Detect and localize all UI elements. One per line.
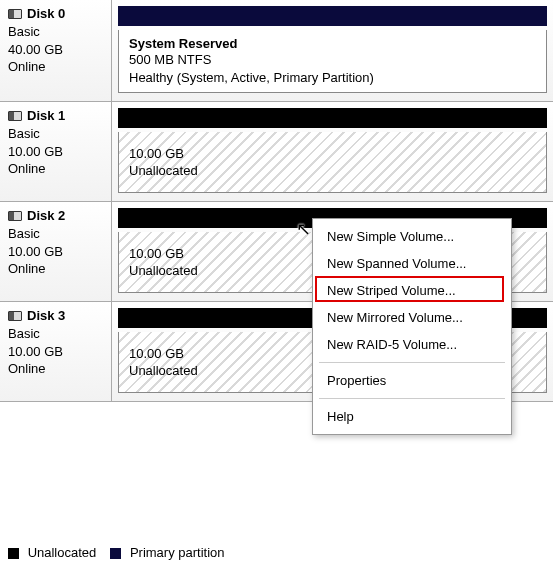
legend-primary: Primary partition	[110, 545, 224, 560]
disk-type: Basic	[8, 23, 103, 41]
partition-title: System Reserved	[129, 36, 536, 51]
menu-item-new-raid5-volume[interactable]: New RAID-5 Volume...	[313, 331, 511, 358]
legend-label: Unallocated	[28, 545, 97, 560]
menu-item-help[interactable]: Help	[313, 403, 511, 430]
disk-type: Basic	[8, 225, 103, 243]
menu-item-new-simple-volume[interactable]: New Simple Volume...	[313, 223, 511, 250]
disk-side-panel[interactable]: Disk 0 Basic 40.00 GB Online	[0, 0, 112, 101]
disk-size: 10.00 GB	[8, 343, 103, 361]
menu-item-properties[interactable]: Properties	[313, 367, 511, 394]
disk-type: Basic	[8, 125, 103, 143]
disk-side-panel[interactable]: Disk 1 Basic 10.00 GB Online	[0, 102, 112, 201]
disk-size: 10.00 GB	[8, 143, 103, 161]
disk-name: Disk 2	[27, 208, 65, 223]
legend-unallocated: Unallocated	[8, 545, 96, 560]
partition-box[interactable]: System Reserved 500 MB NTFS Healthy (Sys…	[118, 30, 547, 93]
menu-item-new-mirrored-volume[interactable]: New Mirrored Volume...	[313, 304, 511, 331]
partition-box-unallocated[interactable]: 10.00 GB Unallocated	[118, 132, 547, 193]
legend-label: Primary partition	[130, 545, 225, 560]
partition-state: Healthy (System, Active, Primary Partiti…	[129, 69, 536, 87]
partition-area: System Reserved 500 MB NTFS Healthy (Sys…	[112, 0, 553, 101]
menu-item-new-spanned-volume[interactable]: New Spanned Volume...	[313, 250, 511, 277]
disk-row-1[interactable]: Disk 1 Basic 10.00 GB Online 10.00 GB Un…	[0, 102, 553, 202]
disk-icon	[8, 211, 22, 221]
menu-item-new-striped-volume[interactable]: New Striped Volume...	[313, 277, 511, 304]
disk-side-panel[interactable]: Disk 2 Basic 10.00 GB Online	[0, 202, 112, 301]
disk-name: Disk 0	[27, 6, 65, 21]
partition-area: 10.00 GB Unallocated	[112, 102, 553, 201]
partition-size: 10.00 GB	[129, 145, 536, 163]
legend-swatch-primary	[110, 548, 121, 559]
disk-status: Online	[8, 58, 103, 76]
disk-name: Disk 3	[27, 308, 65, 323]
disk-size: 40.00 GB	[8, 41, 103, 59]
menu-separator	[319, 362, 505, 363]
disk-side-panel[interactable]: Disk 3 Basic 10.00 GB Online	[0, 302, 112, 401]
legend: Unallocated Primary partition	[8, 545, 225, 560]
disk-status: Online	[8, 260, 103, 278]
disk-status: Online	[8, 360, 103, 378]
legend-swatch-unallocated	[8, 548, 19, 559]
partition-stripe-primary	[118, 6, 547, 26]
disk-icon	[8, 311, 22, 321]
partition-stripe-unallocated	[118, 108, 547, 128]
disk-icon	[8, 111, 22, 121]
disk-icon	[8, 9, 22, 19]
context-menu: New Simple Volume... New Spanned Volume.…	[312, 218, 512, 435]
disk-size: 10.00 GB	[8, 243, 103, 261]
partition-state: Unallocated	[129, 162, 536, 180]
disk-name: Disk 1	[27, 108, 65, 123]
menu-separator	[319, 398, 505, 399]
partition-size: 500 MB NTFS	[129, 51, 536, 69]
disk-status: Online	[8, 160, 103, 178]
disk-row-0[interactable]: Disk 0 Basic 40.00 GB Online System Rese…	[0, 0, 553, 102]
disk-type: Basic	[8, 325, 103, 343]
